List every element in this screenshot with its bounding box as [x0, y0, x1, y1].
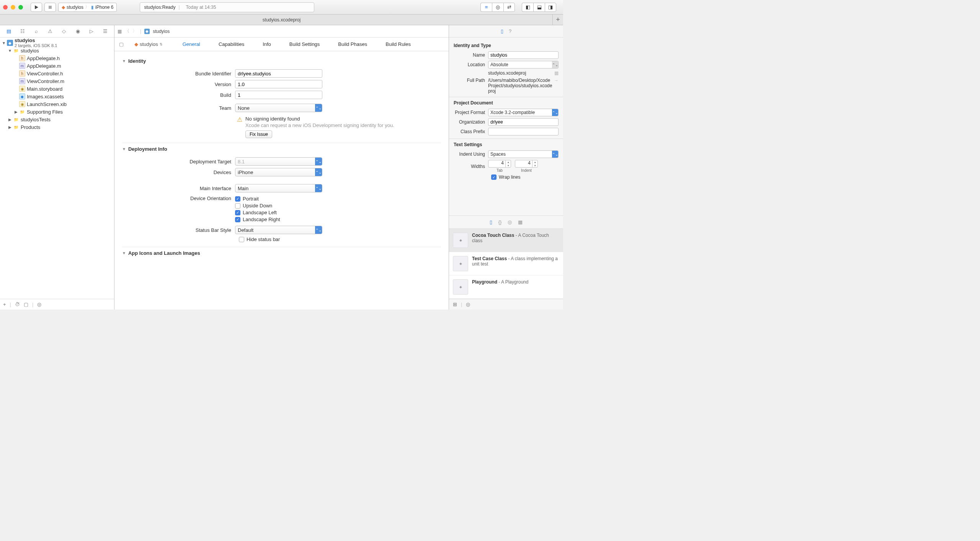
toggle-utilities-button[interactable]: ◨ — [545, 3, 556, 12]
disclosure-triangle[interactable]: ▼ — [122, 59, 126, 63]
inspector-body[interactable]: Identity and Type Name Location Absolute… — [449, 37, 563, 215]
forward-button[interactable]: 〉 — [132, 28, 137, 34]
bundle-id-field[interactable] — [235, 69, 322, 78]
object-library-tab[interactable]: ◎ — [508, 219, 512, 225]
hide-statusbar-checkbox[interactable] — [239, 237, 244, 242]
recent-filter-icon[interactable]: ⏱ — [15, 301, 20, 307]
grid-view-icon[interactable]: ⊞ — [453, 301, 457, 307]
test-navigator-tab[interactable]: ◇ — [59, 27, 69, 36]
file-template-library-tab[interactable]: ▯ — [490, 219, 492, 225]
disclosure-triangle[interactable]: ▶ — [14, 110, 18, 114]
tree-item[interactable]: ◉LaunchScreen.xib — [0, 100, 114, 108]
library-item[interactable]: ◈ Test Case Class - A class implementing… — [449, 252, 563, 275]
code-snippet-library-tab[interactable]: {} — [498, 219, 502, 225]
find-navigator-tab[interactable]: ⌕ — [32, 27, 41, 36]
toggle-navigator-button[interactable]: ◧ — [522, 3, 533, 12]
add-tab-button[interactable]: + — [552, 15, 563, 25]
add-button[interactable]: + — [3, 301, 6, 307]
symbol-navigator-tab[interactable]: ☷ — [18, 27, 27, 36]
breakpoint-navigator-tab[interactable]: ▷ — [87, 27, 96, 36]
project-root[interactable]: ▼ ◆ studyios 2 targets, iOS SDK 8.1 — [0, 39, 114, 47]
tree-item[interactable]: ◉Main.storyboard — [0, 85, 114, 93]
disclosure-triangle[interactable]: ▶ — [8, 125, 12, 129]
minimize-window-button[interactable] — [11, 5, 15, 10]
main-interface-selector[interactable]: Main ⌃⌄ — [235, 184, 322, 192]
disclosure-triangle[interactable]: ▼ — [122, 251, 126, 255]
toggle-debug-button[interactable]: ⬓ — [533, 3, 545, 12]
build-field[interactable] — [235, 91, 322, 99]
statusbar-style-selector[interactable]: Default ⌃⌄ — [235, 226, 322, 234]
disclosure-triangle[interactable]: ▼ — [2, 41, 6, 45]
project-tab-build settings[interactable]: Build Settings — [288, 39, 322, 49]
close-window-button[interactable] — [3, 5, 8, 10]
project-tab-build phases[interactable]: Build Phases — [336, 39, 369, 49]
library-list[interactable]: ◈ Cocoa Touch Class - A Cocoa Touch clas… — [449, 228, 563, 299]
tree-item[interactable]: ◆Images.xcassets — [0, 93, 114, 100]
issue-navigator-tab[interactable]: ⚠ — [46, 27, 55, 36]
back-button[interactable]: 〈 — [125, 28, 129, 34]
document-tab[interactable]: studyios.xcodeproj — [263, 17, 301, 23]
deployment-section-header[interactable]: ▼ Deployment Info — [122, 143, 441, 155]
debug-navigator-tab[interactable]: ◉ — [73, 27, 82, 36]
orientation-checkbox[interactable]: ✓ — [235, 210, 240, 215]
run-button[interactable] — [31, 3, 42, 12]
project-tree[interactable]: ▼ ◆ studyios 2 targets, iOS SDK 8.1 ▼📁st… — [0, 37, 114, 299]
scm-filter-icon[interactable]: ▢ — [24, 301, 28, 307]
standard-editor-button[interactable]: ≡ — [480, 3, 492, 12]
insp-prefix-field[interactable] — [488, 128, 559, 135]
target-selector[interactable]: ◆ studyios ⇅ — [134, 41, 163, 47]
appicons-section-header[interactable]: ▼ App Icons and Launch Images — [122, 247, 441, 259]
tree-item[interactable]: mAppDelegate.m — [0, 62, 114, 70]
orientation-checkbox[interactable]: ✓ — [235, 217, 240, 222]
report-navigator-tab[interactable]: ☰ — [101, 27, 110, 36]
tree-item[interactable]: ▶📁Supporting Files — [0, 108, 114, 116]
deployment-target-selector[interactable]: 8.1 ⌃⌄ — [235, 157, 322, 166]
assistant-editor-button[interactable]: ◎ — [492, 3, 503, 12]
reveal-icon[interactable]: → — [554, 78, 559, 83]
wrap-lines-checkbox[interactable]: ✓ — [491, 174, 497, 180]
insp-org-field[interactable] — [488, 118, 559, 126]
project-settings-body[interactable]: ▼ Identity Bundle Identifier Version Bui… — [114, 51, 449, 310]
quick-help-tab[interactable]: ? — [509, 28, 511, 34]
disclosure-triangle[interactable]: ▼ — [8, 49, 12, 53]
project-tab-build rules[interactable]: Build Rules — [384, 39, 412, 49]
tree-item[interactable]: mViewController.m — [0, 77, 114, 85]
file-inspector-tab[interactable]: ▯ — [501, 28, 503, 34]
project-tab-capabilities[interactable]: Capabilities — [217, 39, 246, 49]
disclosure-triangle[interactable]: ▼ — [122, 147, 126, 151]
library-item[interactable]: ◈ Cocoa Touch Class - A Cocoa Touch clas… — [449, 229, 563, 252]
version-field[interactable] — [235, 80, 322, 88]
filter-icon[interactable]: ◎ — [37, 301, 41, 307]
library-item[interactable]: ◈ Playground - A Playground — [449, 275, 563, 299]
fix-issue-button[interactable]: Fix Issue — [245, 130, 272, 138]
insp-location-selector[interactable]: Absolute ⌃⌄ — [488, 61, 559, 68]
tree-item[interactable]: ▶📁Products — [0, 123, 114, 131]
filter-icon[interactable]: ◎ — [466, 301, 470, 307]
devices-selector[interactable]: iPhone ⌃⌄ — [235, 168, 322, 176]
insp-name-field[interactable] — [488, 51, 559, 59]
project-tab-general[interactable]: General — [181, 39, 202, 49]
stop-button[interactable] — [44, 3, 56, 12]
zoom-window-button[interactable] — [18, 5, 23, 10]
version-editor-button[interactable]: ⇄ — [503, 3, 515, 12]
identity-section-header[interactable]: ▼ Identity — [122, 55, 441, 67]
tree-item[interactable]: hViewController.h — [0, 70, 114, 77]
scheme-selector[interactable]: ◆ studyios 〉 ▮ iPhone 6 — [58, 3, 117, 12]
insp-format-selector[interactable]: Xcode 3.2-compatible ⌃⌄ — [488, 109, 559, 116]
orientation-checkbox[interactable]: ✓ — [235, 196, 240, 202]
disclosure-triangle[interactable]: ▶ — [8, 117, 12, 122]
related-items-button[interactable]: ▦ — [118, 29, 122, 34]
folder-icon[interactable]: ▦ — [554, 70, 559, 76]
jump-bar-item[interactable]: ◆ studyios — [144, 29, 170, 34]
insp-indent-using-selector[interactable]: Spaces ⌃⌄ — [488, 150, 559, 158]
targets-popup-icon[interactable]: ▢ — [119, 41, 124, 47]
tree-item[interactable]: hAppDelegate.h — [0, 54, 114, 62]
indent-width-stepper[interactable]: 4 ▴▾ — [515, 160, 538, 168]
team-selector[interactable]: None ⌃⌄ — [235, 104, 322, 112]
media-library-tab[interactable]: ▦ — [518, 219, 523, 225]
project-tab-info[interactable]: Info — [261, 39, 273, 49]
tab-width-stepper[interactable]: 4 ▴▾ — [488, 160, 511, 168]
tree-item[interactable]: ▶📁studyiosTests — [0, 116, 114, 123]
orientation-checkbox[interactable] — [235, 203, 240, 209]
project-navigator-tab[interactable]: ▤ — [4, 27, 13, 36]
